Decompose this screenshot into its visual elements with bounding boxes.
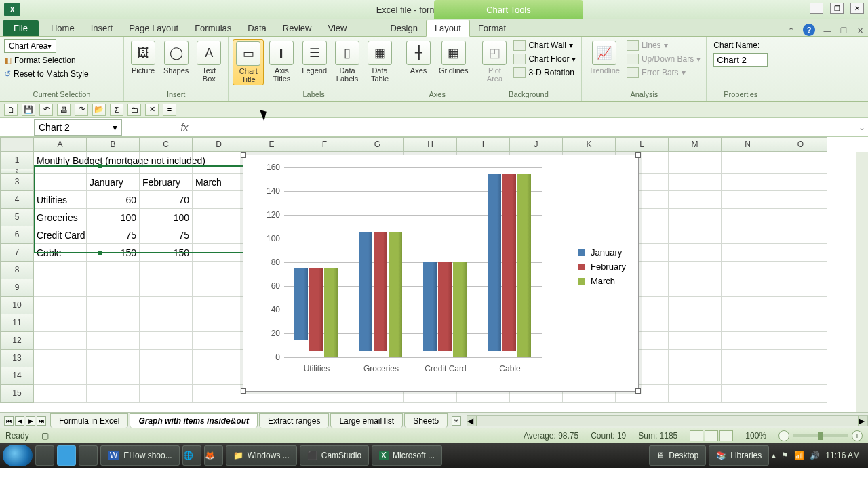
- tab-data[interactable]: Data: [239, 20, 274, 36]
- taskbar-item-word[interactable]: WEHow shoo...: [100, 445, 180, 466]
- new-sheet-icon[interactable]: ✳: [452, 416, 461, 426]
- sheet-tab[interactable]: Large email list: [330, 413, 403, 428]
- cell[interactable]: [193, 226, 245, 244]
- cell[interactable]: [140, 367, 193, 385]
- minimize-button[interactable]: —: [810, 3, 823, 14]
- row-header[interactable]: 5: [0, 209, 34, 226]
- cell[interactable]: [669, 244, 722, 262]
- tab-formulas[interactable]: Formulas: [186, 20, 239, 36]
- legend-entry[interactable]: March: [578, 276, 626, 286]
- row-header[interactable]: 4: [0, 191, 34, 209]
- cell[interactable]: [722, 314, 774, 332]
- chart-plot-area[interactable]: 020406080100120140160UtilitiesGroceriesC…: [284, 167, 542, 357]
- cell[interactable]: Utilities: [34, 191, 87, 209]
- column-header[interactable]: J: [510, 137, 563, 152]
- chart-bar[interactable]: [374, 232, 387, 351]
- horizontal-scrollbar[interactable]: ◀ ▶: [467, 415, 868, 426]
- shapes-button[interactable]: ◯Shapes: [161, 39, 191, 76]
- tab-layout[interactable]: Layout: [426, 20, 470, 37]
- chart-name-input[interactable]: [713, 53, 768, 67]
- plot-area-button[interactable]: ◰Plot Area: [479, 39, 509, 84]
- taskbar-item[interactable]: [35, 445, 54, 466]
- taskbar-item-desktop[interactable]: 🖥Desktop: [649, 445, 706, 466]
- row-header[interactable]: 12: [0, 332, 34, 350]
- cell[interactable]: 150: [140, 244, 193, 262]
- scroll-right-icon[interactable]: ▶: [858, 416, 867, 426]
- row-header[interactable]: 11: [0, 314, 34, 332]
- restore-button[interactable]: ❐: [830, 3, 844, 14]
- row-header[interactable]: 13: [0, 350, 34, 367]
- cell[interactable]: 150: [87, 244, 140, 262]
- folder-icon[interactable]: 🗀: [127, 104, 141, 116]
- cell[interactable]: [140, 297, 193, 314]
- tab-format[interactable]: Format: [470, 20, 514, 36]
- cell[interactable]: [774, 332, 827, 350]
- tab-view[interactable]: View: [319, 20, 355, 36]
- cell[interactable]: [87, 367, 140, 385]
- cell[interactable]: [669, 297, 722, 314]
- cell[interactable]: [722, 191, 774, 209]
- cell[interactable]: [722, 174, 774, 191]
- page-break-view-icon[interactable]: [719, 430, 733, 441]
- row-header[interactable]: 10: [0, 297, 34, 314]
- open-icon[interactable]: 📂: [92, 104, 106, 116]
- chart-resize-handle[interactable]: [635, 388, 641, 394]
- cell[interactable]: [669, 174, 722, 191]
- macro-record-icon[interactable]: ▢: [41, 431, 49, 441]
- column-header[interactable]: E: [245, 137, 298, 152]
- window-restore-icon[interactable]: ❐: [838, 25, 849, 36]
- zoom-in-icon[interactable]: +: [852, 430, 863, 441]
- save-icon[interactable]: 💾: [22, 104, 35, 116]
- worksheet-grid[interactable]: 123456789101112131415 ABCDEFGHIJKLMNO Mo…: [0, 137, 868, 412]
- cell[interactable]: [34, 367, 87, 385]
- cell[interactable]: [774, 385, 827, 403]
- next-sheet-icon[interactable]: ▶: [26, 416, 35, 426]
- cell[interactable]: 75: [87, 226, 140, 244]
- sheet-tab[interactable]: Graph with items inside&out: [130, 413, 258, 428]
- cell[interactable]: [87, 350, 140, 367]
- formula-bar[interactable]: [193, 120, 856, 135]
- chart-bar[interactable]: [488, 174, 501, 352]
- 3d-rotation-button[interactable]: 3-D Rotation: [512, 66, 577, 79]
- cell[interactable]: [774, 174, 827, 191]
- embedded-chart[interactable]: 020406080100120140160UtilitiesGroceriesC…: [243, 155, 639, 392]
- cell[interactable]: [774, 209, 827, 226]
- cell[interactable]: [669, 279, 722, 297]
- cell[interactable]: [722, 297, 774, 314]
- cell[interactable]: [722, 350, 774, 367]
- column-header[interactable]: F: [298, 137, 351, 152]
- legend-button[interactable]: ☰Legend: [299, 39, 330, 76]
- cell[interactable]: [669, 152, 722, 169]
- column-header[interactable]: D: [193, 137, 245, 152]
- chart-title-button[interactable]: ▭Chart Title: [233, 39, 264, 85]
- cell[interactable]: [669, 209, 722, 226]
- cell[interactable]: [34, 385, 87, 403]
- cell[interactable]: [774, 279, 827, 297]
- vertical-scrollbar[interactable]: [856, 152, 868, 412]
- cell[interactable]: 70: [140, 191, 193, 209]
- reset-to-match-style-button[interactable]: ↺Reset to Match Style: [4, 68, 89, 80]
- cell[interactable]: [774, 367, 827, 385]
- chart-bar[interactable]: [517, 174, 531, 357]
- cell[interactable]: [193, 279, 245, 297]
- trendline-button[interactable]: 📈Trendline: [586, 39, 622, 76]
- cell[interactable]: [774, 297, 827, 314]
- cell[interactable]: [722, 262, 774, 279]
- cell[interactable]: 60: [87, 191, 140, 209]
- network-icon[interactable]: 📶: [794, 451, 804, 460]
- cell[interactable]: [87, 297, 140, 314]
- taskbar-item-camstudio[interactable]: ⬛CamStudio: [300, 445, 369, 466]
- chart-bar[interactable]: [438, 262, 452, 351]
- updown-bars-button[interactable]: Up/Down Bars ▾: [625, 53, 702, 65]
- row-header[interactable]: 6: [0, 226, 34, 244]
- tab-home[interactable]: Home: [43, 20, 83, 36]
- axes-button[interactable]: ╂Axes: [403, 39, 433, 76]
- tab-review[interactable]: Review: [275, 20, 320, 36]
- cell[interactable]: [193, 262, 245, 279]
- system-tray[interactable]: ▴ ⚑ 📶 🔊 11:16 AM: [772, 451, 865, 460]
- cell[interactable]: [669, 367, 722, 385]
- cell[interactable]: [87, 314, 140, 332]
- cell[interactable]: [722, 152, 774, 169]
- chart-bar[interactable]: [453, 262, 467, 357]
- minimize-ribbon-icon[interactable]: ⌃: [785, 25, 796, 36]
